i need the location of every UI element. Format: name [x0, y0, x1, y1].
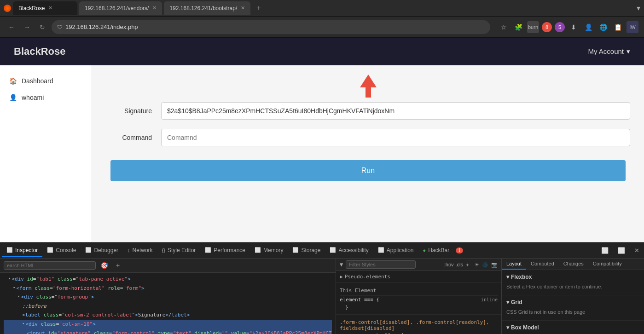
tab-accessibility[interactable]: ⬜ Accessibility — [325, 244, 373, 257]
right-panel-tabs: Layout Computed Changes Compatibility — [502, 259, 644, 270]
red-arrow — [360, 75, 377, 100]
ext-icon-2[interactable]: 👤 — [582, 21, 594, 33]
ext-icon-5[interactable]: IW — [627, 21, 638, 33]
triangle-1[interactable]: ▾ — [8, 275, 11, 282]
pseudo-elements-section: ▶ Pseudo-elements — [336, 271, 501, 283]
hov-button[interactable]: :hov — [444, 261, 454, 268]
triangle-2[interactable]: ▾ — [13, 284, 15, 291]
ext-burn-icon[interactable]: burn — [527, 21, 539, 33]
search-html-input[interactable] — [4, 261, 96, 270]
sidebar-item-dashboard[interactable]: 🏠 Dashboard — [0, 73, 92, 89]
tabs-overflow-button[interactable]: ▾ — [637, 4, 640, 12]
address-input-wrap[interactable]: 🛡 192.168.126.241/index.php — [52, 20, 490, 34]
command-input[interactable] — [161, 129, 630, 146]
tab-hackbar[interactable]: ● HackBar — [418, 244, 454, 257]
right-tab-changes[interactable]: Changes — [559, 259, 588, 270]
triangle-3[interactable]: ▾ — [17, 293, 20, 299]
user-icon: 👤 — [9, 94, 17, 101]
new-tab-button[interactable]: ＋ — [252, 3, 265, 13]
shield-icon: 🛡 — [57, 24, 63, 30]
add-rule-button[interactable]: ＋ — [465, 261, 470, 268]
tab-debugger[interactable]: ⬜ Debugger — [81, 244, 123, 257]
flexbox-content: Select a Flex container or item to conti… — [506, 282, 639, 291]
screenshot-button[interactable]: 📷 — [491, 262, 498, 268]
filter-styles-input[interactable] — [346, 260, 416, 269]
devtools-close-button[interactable]: ✕ — [632, 246, 642, 255]
html-line-1: ▾ <div id="tab1" class="tab-pane active"… — [4, 275, 332, 284]
tab-memory[interactable]: ⬜ Memory — [250, 244, 288, 257]
tab-style-editor[interactable]: {} Style Editor — [157, 244, 201, 257]
tab-storage[interactable]: ⬜ Storage — [288, 244, 325, 257]
devtools-action-buttons: ⬜ ⬜ ✕ — [598, 246, 642, 255]
cls-button[interactable]: .cls — [456, 261, 464, 268]
css-block-1: .form-control[disabled], .form-control[r… — [336, 315, 501, 334]
box-model-label: Box Model — [511, 324, 539, 331]
ext-badge-red[interactable]: 8 — [542, 22, 552, 32]
app-title: BlackRose — [14, 46, 66, 58]
flexbox-header[interactable]: ▾ flexbox — [506, 274, 639, 280]
tab-3-label: 192.168.126.241/bootstrap/ — [169, 5, 237, 12]
grid-header[interactable]: ▾ grid — [506, 299, 639, 305]
accessibility-icon: ⬜ — [330, 247, 336, 253]
html-toolbar: 🎯 ＋ — [0, 259, 336, 273]
tab-console[interactable]: ⬜ Console — [42, 244, 81, 257]
devtools-responsive-button[interactable]: ⬜ — [615, 246, 628, 255]
sidebar-item-whoami[interactable]: 👤 whoami — [0, 89, 92, 106]
css-val-cursor: not-allowed — [370, 332, 403, 334]
accessibility-label: Accessibility — [338, 247, 368, 253]
tab-performance[interactable]: ⬜ Performance — [200, 244, 250, 257]
right-tab-layout[interactable]: Layout — [502, 259, 526, 270]
bookmark-icon[interactable]: ☆ — [498, 21, 510, 33]
tag-5: <label class="col-sm-2 control-label">Si… — [22, 311, 190, 319]
tab-network[interactable]: ↕ Network — [123, 244, 157, 257]
box-model-header[interactable]: ▾ Box Model — [506, 324, 639, 331]
pick-node-button[interactable]: 🎯 — [99, 261, 110, 270]
right-tab-computed[interactable]: Computed — [526, 259, 559, 270]
styles-panel: ▼ :hov .cls ＋ ☀ 🌑 📷 ▶ Pseudo-elements Th… — [336, 259, 501, 334]
tab-application[interactable]: ⬜ Application — [373, 244, 418, 257]
browser-tab-2[interactable]: 192.168.126.241/vendors/ ✕ — [79, 1, 162, 15]
reload-button[interactable]: ↻ — [37, 22, 48, 33]
svg-marker-0 — [360, 75, 377, 98]
my-account-button[interactable]: My Account ▾ — [588, 47, 630, 56]
pseudo-before: ::before — [22, 302, 46, 311]
color-scheme-light[interactable]: ☀ — [475, 262, 479, 268]
tab-2-close[interactable]: ✕ — [152, 5, 157, 11]
html-panel: 🎯 ＋ ▾ <div id="tab1" class="tab-pane act… — [0, 259, 336, 334]
signature-input[interactable] — [161, 102, 630, 120]
tab-3-close[interactable]: ✕ — [241, 5, 245, 11]
app-body: 🏠 Dashboard 👤 whoami Signature Command — [0, 65, 644, 242]
add-node-button[interactable]: ＋ — [113, 260, 123, 271]
tag-7: <input id="signature" class="form-contro… — [27, 329, 332, 334]
forward-button[interactable]: → — [21, 22, 33, 33]
address-text: 192.168.126.241/index.php — [65, 23, 485, 30]
sidebar: 🏠 Dashboard 👤 whoami — [0, 65, 92, 242]
right-tab-compatibility[interactable]: Compatibility — [588, 259, 627, 270]
filter-icon: ▼ — [340, 261, 343, 268]
ext-icon-3[interactable]: 🌐 — [597, 21, 609, 33]
pseudo-elements-row[interactable]: ▶ Pseudo-elements — [340, 274, 498, 280]
run-button[interactable]: Run — [110, 160, 626, 181]
flexbox-triangle: ▾ — [506, 274, 509, 280]
devtools-pick-button[interactable]: ⬜ — [598, 246, 611, 255]
tab-1-close[interactable]: ✕ — [48, 5, 52, 11]
back-button[interactable]: ← — [6, 22, 17, 33]
tab-inspector[interactable]: ⬜ Inspector — [2, 244, 42, 257]
ext-icon-1[interactable]: ⬇ — [568, 21, 580, 33]
browser-tab-1[interactable]: BlackRose ✕ — [13, 1, 77, 15]
sidebar-item-dashboard-label: Dashboard — [22, 77, 53, 85]
style-editor-label: Style Editor — [168, 247, 196, 253]
color-scheme-dark[interactable]: 🌑 — [482, 262, 488, 268]
html-content: ▾ <div id="tab1" class="tab-pane active"… — [0, 273, 336, 334]
main-content: Signature Command Run — [92, 65, 644, 242]
grid-section: ▾ grid CSS Grid is not in use on this pa… — [502, 295, 644, 321]
html-line-4: ::before — [4, 302, 332, 311]
ext-badge-purple[interactable]: 5 — [555, 22, 565, 32]
console-label: Console — [56, 247, 76, 253]
triangle-6[interactable]: ▾ — [22, 320, 24, 327]
browser-tab-3[interactable]: 192.168.126.241/bootstrap/ ✕ — [164, 1, 250, 15]
firefox-icon — [4, 5, 11, 12]
ext-icon-4[interactable]: 📋 — [612, 21, 624, 33]
network-label: Network — [133, 247, 153, 253]
extensions-icon[interactable]: 🧩 — [512, 21, 524, 33]
